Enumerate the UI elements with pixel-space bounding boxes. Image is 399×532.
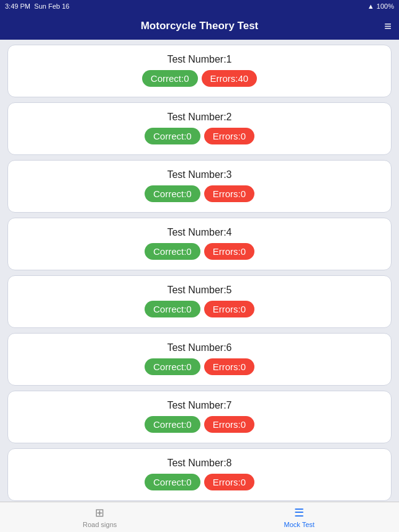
badge-correct-8: Correct:0 — [145, 474, 200, 490]
test-badges-1: Correct:0Errors:40 — [142, 70, 257, 87]
road-signs-icon: ⊞ — [95, 506, 104, 520]
badge-correct-7: Correct:0 — [145, 416, 200, 433]
test-title-3: Test Number:3 — [167, 169, 231, 180]
wifi-icon: ▲ — [367, 2, 374, 10]
badge-errors-3: Errors:0 — [204, 185, 254, 202]
test-badges-6: Correct:0Errors:0 — [145, 358, 254, 375]
badge-correct-4: Correct:0 — [145, 243, 200, 260]
test-title-8: Test Number:8 — [167, 458, 231, 469]
tab-road-signs[interactable]: ⊞ Road signs — [0, 506, 200, 528]
test-title-1: Test Number:1 — [167, 54, 231, 65]
badge-correct-1: Correct:0 — [142, 70, 198, 87]
test-badges-5: Correct:0Errors:0 — [145, 301, 254, 317]
mock-test-label: Mock Test — [284, 521, 315, 528]
badge-errors-4: Errors:0 — [204, 243, 254, 260]
badge-correct-2: Correct:0 — [145, 128, 200, 144]
badge-errors-8: Errors:0 — [204, 474, 254, 490]
battery-icon: 100% — [377, 2, 394, 10]
header-title: Motorcycle Theory Test — [141, 20, 259, 32]
test-card-8[interactable]: Test Number:8Correct:0Errors:0 — [7, 448, 392, 501]
mock-test-icon: ☰ — [294, 506, 304, 520]
test-badges-3: Correct:0Errors:0 — [145, 185, 254, 202]
status-time: 3:49 PM Sun Feb 16 — [5, 2, 69, 10]
test-title-4: Test Number:4 — [167, 227, 231, 238]
test-card-3[interactable]: Test Number:3Correct:0Errors:0 — [7, 160, 392, 213]
test-list: Test Number:1Correct:0Errors:40Test Numb… — [0, 40, 399, 502]
test-card-7[interactable]: Test Number:7Correct:0Errors:0 — [7, 391, 392, 443]
badge-errors-7: Errors:0 — [204, 416, 254, 433]
test-badges-2: Correct:0Errors:0 — [145, 128, 254, 144]
test-badges-7: Correct:0Errors:0 — [145, 416, 254, 433]
status-right: ▲ 100% — [367, 2, 394, 10]
test-card-4[interactable]: Test Number:4Correct:0Errors:0 — [7, 218, 392, 270]
test-card-1[interactable]: Test Number:1Correct:0Errors:40 — [7, 45, 392, 97]
badge-errors-1: Errors:40 — [202, 70, 258, 87]
test-card-2[interactable]: Test Number:2Correct:0Errors:0 — [7, 102, 392, 155]
badge-correct-6: Correct:0 — [145, 358, 200, 375]
badge-errors-5: Errors:0 — [204, 301, 254, 317]
test-title-6: Test Number:6 — [167, 342, 231, 353]
tab-bar: ⊞ Road signs ☰ Mock Test — [0, 502, 399, 532]
header: Motorcycle Theory Test ≡ — [0, 12, 399, 40]
test-card-5[interactable]: Test Number:5Correct:0Errors:0 — [7, 275, 392, 328]
test-badges-8: Correct:0Errors:0 — [145, 474, 254, 490]
test-title-2: Test Number:2 — [167, 112, 231, 123]
test-card-6[interactable]: Test Number:6Correct:0Errors:0 — [7, 333, 392, 386]
tab-mock-test[interactable]: ☰ Mock Test — [200, 506, 400, 528]
status-bar: 3:49 PM Sun Feb 16 ▲ 100% — [0, 0, 399, 12]
test-title-7: Test Number:7 — [167, 400, 231, 411]
menu-button[interactable]: ≡ — [384, 19, 392, 33]
road-signs-label: Road signs — [83, 521, 117, 528]
badge-correct-5: Correct:0 — [145, 301, 200, 317]
test-title-5: Test Number:5 — [167, 285, 231, 296]
badge-correct-3: Correct:0 — [145, 185, 200, 202]
badge-errors-2: Errors:0 — [204, 128, 254, 144]
test-badges-4: Correct:0Errors:0 — [145, 243, 254, 260]
badge-errors-6: Errors:0 — [204, 358, 254, 375]
